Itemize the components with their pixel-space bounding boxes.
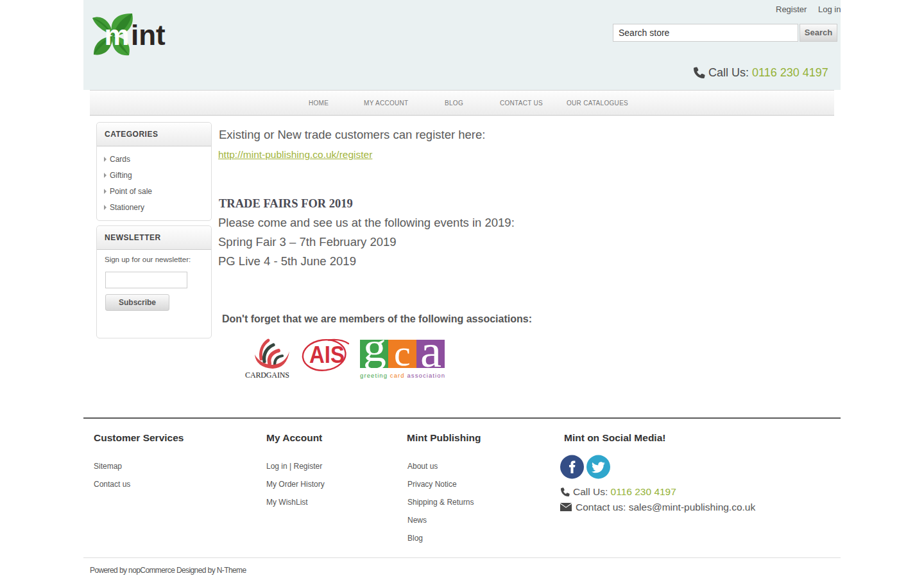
svg-text:CARDGAINS: CARDGAINS [245,371,289,380]
svg-text:AIS: AIS [309,342,345,368]
svg-text:c: c [394,340,411,374]
svg-text:int: int [131,19,166,51]
svg-text:greeting card association: greeting card association [360,372,445,379]
svg-text:m: m [105,19,130,51]
svg-text:g: g [363,340,386,370]
